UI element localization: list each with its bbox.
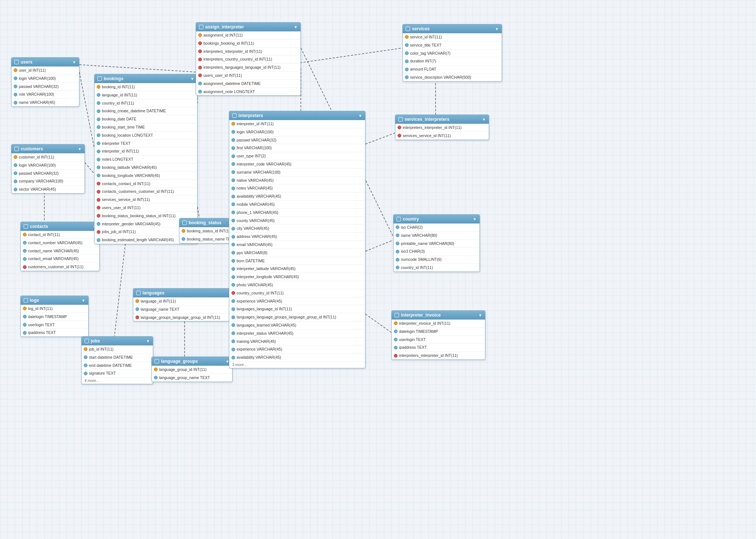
field-name: languages_learned VARCHAR(45) — [237, 322, 296, 328]
field-icon-regular — [396, 258, 399, 262]
field-name: booking_status_name TEXT — [187, 236, 236, 242]
table-assign_interpreter: assign_interpreter▼assignment_id INT(11)… — [196, 22, 301, 96]
field-name: company VARCHAR(100) — [19, 178, 63, 184]
table-field-row: experience VARCHAR(45) — [229, 297, 365, 306]
table-checkbox-icon — [136, 291, 141, 295]
field-name: service_id INT(11) — [410, 34, 442, 40]
table-field-row: customer_id INT(11) — [11, 153, 85, 161]
table-header-bookings[interactable]: bookings▼ — [94, 74, 197, 83]
table-header-customers[interactable]: customers▼ — [11, 144, 85, 153]
table-field-row: login VARCHAR(100) — [229, 128, 365, 136]
field-icon-regular — [394, 338, 398, 341]
field-icon-regular — [97, 141, 100, 145]
table-header-assign_interpreter[interactable]: assign_interpreter▼ — [196, 23, 300, 31]
field-icon-regular — [231, 187, 235, 190]
field-name: user_id INT(11) — [19, 67, 46, 74]
table-dropdown-icon[interactable]: ▼ — [495, 27, 499, 31]
table-field-row: contact_id INT(11) — [21, 231, 99, 239]
table-more: 3 more... — [229, 362, 365, 368]
field-icon-regular — [14, 93, 17, 96]
field-icon-regular — [231, 356, 235, 359]
field-name: ipaddress TEXT — [28, 330, 56, 336]
field-icon-key — [405, 35, 409, 39]
table-field-row: services_service_id INT(11) — [94, 196, 197, 204]
field-icon-fk — [97, 230, 100, 234]
table-dropdown-icon[interactable]: ▼ — [294, 25, 298, 29]
table-field-row: mobile VARCHAR(45) — [229, 201, 365, 209]
field-name: notes LONGTEXT — [102, 156, 133, 163]
field-name: start datetime DATETIME — [89, 354, 133, 361]
field-name: booking_id INT(11) — [102, 84, 135, 90]
field-name: booking_start_time TIME — [102, 124, 145, 130]
table-field-row: languages_language_groups_language_group… — [229, 313, 365, 321]
table-dropdown-icon[interactable]: ▼ — [146, 339, 150, 343]
table-field-row: role VARCHAR(100) — [11, 91, 79, 99]
field-name: login VARCHAR(100) — [237, 129, 274, 135]
field-name: passwd VARCHAR(32) — [19, 170, 59, 177]
field-icon-fk — [198, 66, 202, 69]
field-icon-fk — [198, 58, 202, 61]
table-header-logs[interactable]: logs▼ — [21, 296, 88, 305]
field-icon-regular — [97, 238, 100, 242]
table-header-country[interactable]: country▼ — [394, 215, 480, 224]
table-dropdown-icon[interactable]: ▼ — [78, 147, 82, 151]
table-dropdown-icon[interactable]: ▼ — [478, 313, 482, 317]
table-title: services_interpreters — [405, 117, 449, 122]
field-icon-regular — [14, 163, 17, 167]
field-icon-regular — [231, 195, 235, 198]
field-name: signature TEXT — [89, 370, 116, 376]
table-title: interpreter_invoice — [401, 313, 441, 318]
field-icon-fk — [97, 198, 100, 202]
table-field-row: job_id INT(11) — [82, 345, 153, 354]
table-checkbox-icon — [199, 25, 203, 29]
field-icon-regular — [231, 130, 235, 134]
table-field-row: language_name TEXT — [133, 306, 238, 314]
field-icon-regular — [231, 178, 235, 182]
table-checkbox-icon — [155, 359, 159, 364]
table-header-language_groups[interactable]: language_groups▼ — [152, 357, 232, 366]
table-header-services_interpreters[interactable]: services_interpreters▼ — [395, 115, 489, 124]
table-header-users[interactable]: users▼ — [11, 58, 79, 66]
field-icon-regular — [14, 171, 17, 175]
table-field-row: users_user_id INT(11) — [94, 204, 197, 212]
table-field-row: interpreter TEXT — [94, 140, 197, 148]
field-name: services_service_id INT(11) — [403, 133, 451, 139]
table-field-row: availability VARCHAR(45) — [229, 192, 365, 201]
table-services_interpreters: services_interpreters▼interpreters_inter… — [395, 115, 489, 140]
field-name: name VARCHAR(80) — [401, 232, 437, 239]
table-header-interpreter_invoice[interactable]: interpreter_invoice▼ — [392, 311, 485, 320]
field-name: userlogin TEXT — [399, 337, 426, 343]
table-dropdown-icon[interactable]: ▼ — [473, 217, 477, 221]
table-header-contacts[interactable]: contacts▼ — [21, 222, 99, 231]
table-field-row: language_group_id INT(11) — [152, 366, 232, 374]
table-checkbox-icon — [406, 27, 410, 31]
table-header-interpreters[interactable]: interpreters▼ — [229, 111, 365, 120]
field-name: datelogin TIMESTAMP — [28, 314, 67, 320]
field-icon-regular — [231, 235, 235, 239]
table-dropdown-icon[interactable]: ▼ — [358, 114, 362, 118]
table-languages: languages▼language_id INT(11)language_na… — [133, 288, 238, 321]
table-field-row: interpreter_id INT(11) — [229, 120, 365, 128]
table-field-row: interpreter_longitude VARCHAR(45) — [229, 273, 365, 281]
field-icon-fk — [398, 126, 401, 129]
table-header-services[interactable]: services▼ — [403, 24, 502, 33]
field-name: language_id INT(11) — [141, 298, 176, 304]
table-title: language_groups — [161, 359, 198, 364]
field-icon-regular — [231, 138, 235, 142]
table-header-jobs[interactable]: jobs▼ — [82, 337, 153, 345]
table-field-row: booking_location LONGTEXT — [94, 132, 197, 140]
field-name: assignment_datetime DATETIME — [203, 81, 261, 87]
table-header-languages[interactable]: languages▼ — [133, 289, 238, 297]
table-dropdown-icon[interactable]: ▼ — [82, 299, 85, 303]
table-dropdown-icon[interactable]: ▼ — [190, 77, 194, 81]
field-name: languages_language_id INT(11) — [237, 306, 292, 312]
field-name: service_title TEXT — [410, 42, 441, 48]
field-icon-regular — [231, 323, 235, 327]
field-icon-regular — [84, 355, 87, 359]
field-icon-regular — [14, 85, 17, 88]
table-title: contacts — [30, 224, 48, 229]
field-name: contact_id INT(11) — [28, 232, 60, 238]
table-dropdown-icon[interactable]: ▼ — [482, 117, 486, 122]
table-field-row: ipaddress TEXT — [392, 344, 485, 352]
table-dropdown-icon[interactable]: ▼ — [72, 60, 76, 64]
